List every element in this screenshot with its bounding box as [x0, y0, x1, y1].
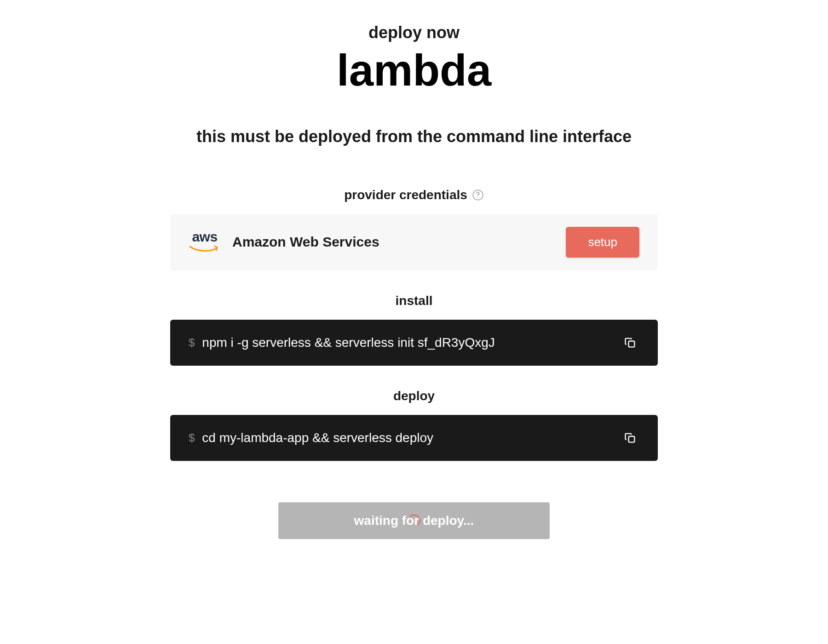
svg-rect-3 — [629, 436, 635, 442]
waiting-label: waiting for deploy... — [354, 513, 474, 528]
aws-logo-icon: aws — [189, 230, 221, 254]
credentials-label-row: provider credentials — [170, 188, 658, 202]
help-icon[interactable] — [472, 189, 484, 201]
copy-icon — [624, 431, 637, 444]
provider-info: aws Amazon Web Services — [189, 230, 380, 254]
svg-rect-2 — [629, 341, 635, 347]
provider-name: Amazon Web Services — [232, 234, 380, 250]
install-label: install — [170, 293, 658, 308]
deploy-command-line: $ cd my-lambda-app && serverless deploy — [189, 431, 433, 445]
page-title: lambda — [170, 46, 658, 95]
page-subtitle: this must be deployed from the command l… — [170, 127, 658, 146]
copy-install-button[interactable] — [621, 334, 639, 352]
install-command-line: $ npm i -g serverless && serverless init… — [189, 335, 495, 350]
deploy-section: deploy $ cd my-lambda-app && serverless … — [170, 389, 658, 461]
waiting-for-deploy-button: waiting for deploy... — [278, 502, 550, 539]
install-command-box: $ npm i -g serverless && serverless init… — [170, 320, 658, 366]
deploy-container: deploy now lambda this must be deployed … — [170, 23, 658, 644]
deploy-label: deploy — [170, 389, 658, 403]
install-section: install $ npm i -g serverless && serverl… — [170, 293, 658, 366]
install-command-text: npm i -g serverless && serverless init s… — [202, 335, 494, 350]
copy-deploy-button[interactable] — [621, 429, 639, 447]
pre-title: deploy now — [170, 23, 658, 42]
credentials-label: provider credentials — [344, 188, 467, 202]
svg-point-1 — [477, 197, 478, 198]
aws-swoosh-icon — [189, 245, 221, 254]
copy-icon — [624, 336, 637, 349]
deploy-command-text: cd my-lambda-app && serverless deploy — [202, 431, 433, 445]
setup-button[interactable]: setup — [566, 227, 639, 258]
prompt-icon: $ — [189, 336, 195, 349]
provider-card: aws Amazon Web Services setup — [170, 214, 658, 270]
prompt-icon: $ — [189, 431, 195, 444]
deploy-command-box: $ cd my-lambda-app && serverless deploy — [170, 415, 658, 461]
